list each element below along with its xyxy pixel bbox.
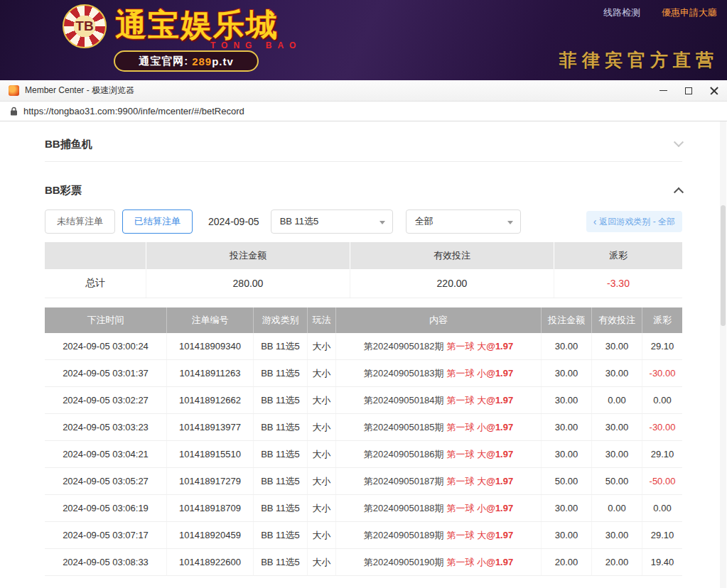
cell-order-number: 101418909340 [167,333,254,359]
col-play-type: 玩法 [308,307,336,333]
unsettled-bets-button[interactable]: 未结算注单 [45,209,115,234]
cell-bet-amount: 20.00 [542,549,592,575]
cell-valid-bet: 0.00 [592,387,642,413]
cell-order-number: 101418912662 [167,387,254,413]
cell-valid-bet: 30.00 [592,360,642,386]
cell-bet-amount: 30.00 [542,441,592,467]
section-divider [45,161,682,162]
table-row: 2024-09-05 03:03:23101418913977BB 11选5大小… [45,414,682,441]
cell-play-type: 大小 [308,360,336,386]
cell-content: 第202409050182期第一球 大@1.97 [336,333,542,359]
page-content: BB捕鱼机 BB彩票 未结算注单 已结算注单 2024-09-05 BB 11选… [0,121,727,588]
section-bb-lottery-title: BB彩票 [45,184,82,197]
summary-total-bet: 280.00 [146,269,350,298]
game-select[interactable]: BB 11选5 [271,209,393,234]
close-button[interactable] [701,80,727,102]
cell-bet-time: 2024-09-05 03:05:27 [45,468,167,494]
url-text[interactable]: https://tongbao31.com:9900/infe/mcenter/… [23,106,244,116]
summary-header-row: 投注金额 有效投注 派彩 [45,242,682,269]
cell-bet-time: 2024-09-05 03:02:27 [45,387,167,413]
cell-game-type: BB 11选5 [254,549,308,575]
cell-valid-bet: 30.00 [592,441,642,467]
cell-valid-bet: 30.00 [592,414,642,440]
summary-col-bet-amount: 投注金额 [146,242,350,269]
table-row: 2024-09-05 03:08:33101418922600BB 11选5大小… [45,549,682,576]
col-order-number: 注单编号 [167,307,254,333]
cell-bet-amount: 30.00 [542,495,592,521]
table-row: 2024-09-05 03:00:24101418909340BB 11选5大小… [45,333,682,360]
summary-total-payout: -3.30 [554,269,682,298]
cell-game-type: BB 11选5 [254,522,308,548]
maximize-button[interactable] [676,80,701,102]
summary-col-empty [45,242,146,269]
bet-table-body: 2024-09-05 03:00:24101418909340BB 11选5大小… [45,333,682,576]
cell-game-type: BB 11选5 [254,333,308,359]
filter-bar: 未结算注单 已结算注单 2024-09-05 BB 11选5 全部 ‹ 返回游戏… [45,209,682,234]
bet-table: 下注时间 注单编号 游戏类别 玩法 内容 投注金额 有效投注 派彩 2024-0… [45,307,682,576]
scrollbar[interactable] [720,121,726,588]
section-bb-fishing-title: BB捕鱼机 [45,138,92,151]
summary-col-payout: 派彩 [554,242,682,269]
scrollbar-thumb[interactable] [721,205,726,326]
cell-content: 第202409050189期第一球 大@1.97 [336,522,542,548]
cell-play-type: 大小 [308,495,336,521]
cell-game-type: BB 11选5 [254,441,308,467]
cell-bet-amount: 30.00 [542,387,592,413]
cell-order-number: 101418915510 [167,441,254,467]
date-picker[interactable]: 2024-09-05 [208,216,259,227]
cell-bet-time: 2024-09-05 03:00:24 [45,333,167,359]
chevron-up-icon[interactable] [674,187,684,197]
cell-bet-amount: 50.00 [542,468,592,494]
cell-play-type: 大小 [308,414,336,440]
cell-play-type: 大小 [308,441,336,467]
table-row: 2024-09-05 03:06:19101418918709BB 11选5大小… [45,495,682,522]
cell-game-type: BB 11选5 [254,387,308,413]
cell-payout: -30.00 [642,360,682,386]
cell-order-number: 101418911263 [167,360,254,386]
back-to-category-link[interactable]: ‹ 返回游戏类别 - 全部 [586,211,682,232]
settled-bets-button[interactable]: 已结算注单 [122,209,193,234]
scope-select[interactable]: 全部 [406,209,521,234]
promo-hall-link[interactable]: 優惠申請大廳 [662,6,717,19]
cell-payout: 0.00 [642,387,682,413]
summary-col-valid-bet: 有效投注 [350,242,554,269]
bet-table-header: 下注时间 注单编号 游戏类别 玩法 内容 投注金额 有效投注 派彩 [45,307,682,333]
cell-order-number: 101418920459 [167,522,254,548]
col-bet-time: 下注时间 [45,307,167,333]
cell-order-number: 101418917279 [167,468,254,494]
caret-down-icon [507,221,513,224]
cell-valid-bet: 30.00 [592,333,642,359]
table-row: 2024-09-05 03:01:37101418911263BB 11选5大小… [45,360,682,387]
cell-content: 第202409050188期第一球 小@1.97 [336,495,542,521]
minimize-button[interactable] [650,80,676,102]
official-site-number: 289 [192,55,212,67]
game-select-value: BB 11选5 [280,215,319,228]
cell-game-type: BB 11选5 [254,360,308,386]
cell-bet-time: 2024-09-05 03:03:23 [45,414,167,440]
cell-play-type: 大小 [308,468,336,494]
table-row: 2024-09-05 03:07:17101418920459BB 11选5大小… [45,522,682,549]
summary-table: 投注金额 有效投注 派彩 总计 280.00 220.00 -3.30 [45,242,682,298]
cell-play-type: 大小 [308,333,336,359]
cell-valid-bet: 50.00 [592,468,642,494]
col-game-type: 游戏类别 [254,307,308,333]
cell-bet-amount: 30.00 [542,333,592,359]
summary-total-label: 总计 [45,269,146,298]
cell-play-type: 大小 [308,549,336,575]
cell-content: 第202409050186期第一球 大@1.97 [336,441,542,467]
cell-game-type: BB 11选5 [254,468,308,494]
cell-bet-time: 2024-09-05 03:06:19 [45,495,167,521]
logo-chip-text: TB [75,18,93,34]
line-check-link[interactable]: 线路检测 [603,6,640,19]
cell-payout: 0.00 [642,495,682,521]
section-bb-lottery[interactable]: BB彩票 [45,178,682,203]
browser-addressbar[interactable]: https://tongbao31.com:9900/infe/mcenter/… [0,102,727,121]
brand-subtitle: TONG BAO [210,40,301,50]
section-bb-fishing[interactable]: BB捕鱼机 [45,131,682,157]
chevron-down-icon[interactable] [674,137,684,147]
back-link-label: 返回游戏类别 - 全部 [599,216,675,228]
cell-order-number: 101418913977 [167,414,254,440]
cell-valid-bet: 0.00 [592,495,642,521]
browser-titlebar: Member Center - 极速浏览器 [0,80,727,102]
official-site-pill[interactable]: 通宝官网: 289 p.tv [114,50,259,72]
